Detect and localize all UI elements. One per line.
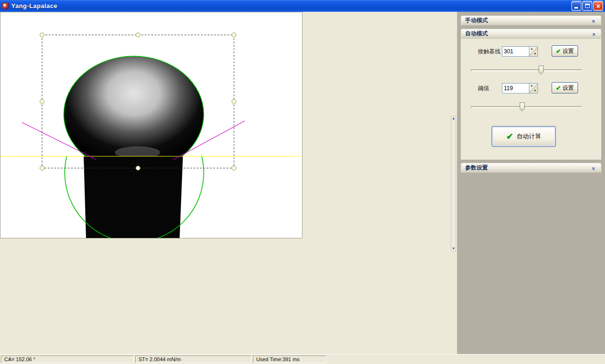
selection-handle[interactable] <box>232 100 236 104</box>
threshold-set-button[interactable]: ✔ 设置 <box>552 82 578 93</box>
status-contact-angle: CA= 152.06 ° <box>1 356 134 363</box>
check-icon: ✔ <box>556 85 561 91</box>
panel-title: 参数设置 <box>465 164 488 172</box>
baseline-label: 接触基线 <box>478 46 501 57</box>
drop-image <box>0 12 302 238</box>
auto-calc-button[interactable]: ✔ 自动计算 <box>492 126 556 147</box>
selection-handle[interactable] <box>136 33 140 37</box>
close-button[interactable]: × <box>593 1 603 11</box>
chevron-down-icon[interactable]: » <box>590 164 597 172</box>
threshold-slider[interactable] <box>471 102 582 112</box>
baseline-slider-thumb[interactable] <box>538 66 544 75</box>
spinner-down-icon[interactable]: ▼ <box>534 53 536 55</box>
maximize-icon <box>585 4 590 8</box>
threshold-value-field[interactable] <box>502 84 529 93</box>
window-title: Yang-Lapalace <box>11 2 58 9</box>
maximize-button[interactable] <box>582 1 592 11</box>
close-icon: × <box>596 2 600 10</box>
chevron-down-icon[interactable]: » <box>590 17 597 25</box>
panel-title: 自动模式 <box>465 30 488 38</box>
panel-header-auto-mode[interactable]: 自动模式 » <box>461 29 601 39</box>
baseline-slider[interactable] <box>471 66 582 75</box>
spinner-up-icon[interactable]: ▲ <box>530 85 533 87</box>
vertical-scrollbar[interactable]: ▲ ▼ <box>451 116 456 252</box>
selection-handle[interactable] <box>40 166 44 170</box>
sidebar: 手动模式 » 自动模式 » 接触基线 ▲ ▼ ✔ <box>457 12 605 354</box>
workspace: ▲ ▼ 手动模式 » 自动模式 » 接触基线 ▲ ▼ <box>0 12 605 354</box>
status-surface-tension: ST= 2.0044 mN/m <box>135 356 251 363</box>
selection-handle[interactable] <box>40 33 44 37</box>
baseline-set-button[interactable]: ✔ 设置 <box>552 45 578 57</box>
selection-handle[interactable] <box>232 166 236 170</box>
titlebar: Yang-Lapalace × <box>0 0 605 12</box>
app-icon <box>2 2 9 10</box>
spinner-up-icon[interactable]: ▲ <box>530 48 533 50</box>
button-label: 自动计算 <box>517 132 541 141</box>
panel-header-params[interactable]: 参数设置 » <box>461 163 601 173</box>
slider-track[interactable] <box>471 106 582 108</box>
minimize-button[interactable] <box>571 1 581 11</box>
selection-handle[interactable] <box>136 166 140 170</box>
threshold-spinner[interactable]: ▲ ▼ <box>529 84 537 93</box>
window-buttons: × <box>571 1 603 11</box>
panel-manual-mode: 手动模式 » <box>461 16 601 25</box>
scroll-down-icon[interactable]: ▼ <box>452 246 456 251</box>
panel-auto-mode: 自动模式 » 接触基线 ▲ ▼ ✔ 设置 <box>461 29 601 160</box>
threshold-input[interactable]: ▲ ▼ <box>502 83 538 93</box>
baseline-input[interactable]: ▲ ▼ <box>502 46 538 57</box>
baseline-value-field[interactable] <box>502 47 529 56</box>
check-icon: ✔ <box>506 132 513 141</box>
button-label: 设置 <box>562 84 574 92</box>
spinner-down-icon[interactable]: ▼ <box>534 90 536 92</box>
auto-mode-body: 接触基线 ▲ ▼ ✔ 设置 阈值 <box>461 39 601 160</box>
selection-handle[interactable] <box>232 33 236 37</box>
button-label: 设置 <box>562 47 574 55</box>
substrate-pillar <box>84 156 183 238</box>
panel-title: 手动模式 <box>465 17 488 25</box>
panel-params: 参数设置 » <box>461 163 601 173</box>
selection-handle[interactable] <box>40 100 44 104</box>
baseline-spinner[interactable]: ▲ ▼ <box>529 47 537 56</box>
scroll-up-icon[interactable]: ▲ <box>452 116 456 121</box>
statusbar: CA= 152.06 ° ST= 2.0044 mN/m Used Time:3… <box>0 354 605 364</box>
minimize-icon <box>574 7 578 8</box>
check-icon: ✔ <box>556 48 561 54</box>
chevron-up-icon[interactable]: » <box>590 30 597 38</box>
panel-header-manual-mode[interactable]: 手动模式 » <box>461 16 601 25</box>
status-used-time: Used Time:391 ms <box>253 356 327 363</box>
threshold-slider-thumb[interactable] <box>519 102 525 111</box>
slider-track[interactable] <box>471 69 582 71</box>
image-canvas[interactable] <box>0 12 302 238</box>
threshold-label: 阈值 <box>478 83 489 94</box>
